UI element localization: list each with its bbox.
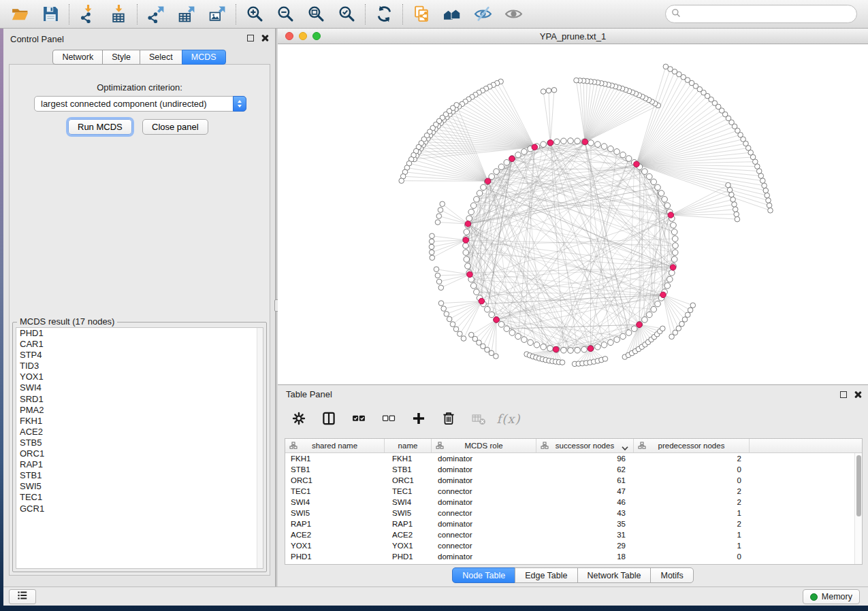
hide-selected-icon[interactable] (472, 4, 493, 24)
table-row[interactable]: STB1STB1dominator620 (285, 464, 862, 475)
network-node[interactable] (601, 144, 607, 150)
welcome-screen-button[interactable] (9, 589, 36, 604)
network-node[interactable] (672, 250, 678, 256)
network-hub-node[interactable] (509, 156, 515, 162)
network-node[interactable] (528, 340, 534, 346)
mcds-result-item[interactable]: SRD1 (16, 394, 263, 405)
network-node[interactable] (504, 160, 510, 166)
tab-style[interactable]: Style (102, 50, 140, 65)
network-hub-node[interactable] (553, 346, 559, 352)
save-icon[interactable] (40, 4, 61, 24)
network-node[interactable] (651, 306, 657, 312)
network-leaf-node[interactable] (551, 88, 557, 93)
network-node[interactable] (464, 257, 470, 263)
network-hub-node[interactable] (479, 298, 485, 304)
run-mcds-button[interactable]: Run MCDS (68, 119, 132, 135)
network-hub-node[interactable] (588, 346, 594, 352)
network-leaf-node[interactable] (453, 327, 459, 332)
table-row[interactable]: ACE2ACE2connector311 (285, 529, 862, 540)
network-leaf-node[interactable] (469, 332, 475, 337)
zoom-fit-icon[interactable] (306, 4, 326, 24)
network-node[interactable] (647, 312, 653, 318)
network-node[interactable] (466, 216, 472, 222)
network-node[interactable] (498, 322, 504, 328)
network-leaf-node[interactable] (688, 308, 693, 313)
network-leaf-node[interactable] (682, 317, 688, 323)
network-node[interactable] (614, 337, 620, 343)
network-node[interactable] (614, 149, 620, 155)
network-node[interactable] (608, 146, 614, 152)
network-node[interactable] (568, 348, 574, 354)
network-leaf-node[interactable] (726, 182, 731, 188)
import-table-icon[interactable] (108, 4, 129, 24)
network-node[interactable] (642, 169, 648, 175)
network-leaf-node[interactable] (729, 192, 735, 197)
tab-mcds[interactable]: MCDS (182, 50, 226, 65)
network-node[interactable] (521, 149, 528, 155)
network-node[interactable] (515, 152, 521, 158)
network-node[interactable] (470, 203, 477, 209)
network-leaf-node[interactable] (735, 216, 740, 222)
network-leaf-node[interactable] (767, 203, 772, 208)
tab-motifs[interactable]: Motifs (650, 567, 693, 583)
network-leaf-node[interactable] (763, 188, 769, 193)
network-node[interactable] (626, 330, 632, 336)
mcds-result-item[interactable]: SWI5 (16, 481, 263, 492)
network-node[interactable] (541, 142, 547, 148)
table-row[interactable]: SWI4SWI4dominator462 (285, 497, 862, 508)
network-leaf-node[interactable] (436, 279, 442, 284)
network-node[interactable] (655, 301, 661, 307)
network-node[interactable] (601, 342, 607, 348)
network-node[interactable] (521, 337, 528, 343)
open-folder-icon[interactable] (10, 4, 30, 24)
network-leaf-node[interactable] (430, 233, 435, 239)
network-leaf-node[interactable] (732, 202, 737, 208)
network-leaf-node[interactable] (494, 354, 499, 359)
optimization-criterion-select[interactable]: largest connected component (undirected) (34, 96, 246, 112)
mcds-result-item[interactable]: PMA2 (16, 405, 263, 416)
table-row[interactable]: PHD1PHD1dominator180 (285, 551, 862, 562)
network-leaf-node[interactable] (438, 301, 444, 306)
network-node[interactable] (477, 191, 483, 197)
network-node[interactable] (608, 340, 614, 346)
network-node[interactable] (463, 250, 469, 256)
column-header-shared-name[interactable]: shared name (285, 439, 385, 452)
import-network-icon[interactable] (78, 4, 98, 24)
network-hub-node[interactable] (494, 317, 500, 323)
network-node[interactable] (494, 169, 500, 175)
tab-network[interactable]: Network (52, 50, 103, 65)
network-hub-node[interactable] (532, 144, 538, 150)
network-leaf-node[interactable] (574, 78, 579, 83)
column-header-successor-nodes[interactable]: successor nodes (536, 439, 634, 452)
network-leaf-node[interactable] (560, 360, 565, 365)
tab-node-table[interactable]: Node Table (452, 567, 515, 583)
network-node[interactable] (664, 283, 671, 289)
network-leaf-node[interactable] (685, 312, 690, 318)
mcds-result-item[interactable]: STP4 (16, 350, 263, 361)
network-node[interactable] (626, 156, 632, 162)
network-node[interactable] (575, 138, 581, 144)
deselect-all-icon[interactable] (380, 410, 398, 427)
network-node[interactable] (651, 179, 657, 185)
network-node[interactable] (561, 347, 567, 353)
network-leaf-node[interactable] (758, 174, 764, 179)
search-field[interactable] (665, 5, 857, 23)
network-node[interactable] (595, 142, 601, 148)
home-icon[interactable] (442, 4, 462, 24)
network-hub-node[interactable] (634, 161, 640, 167)
export-image-icon[interactable] (207, 4, 227, 24)
network-leaf-node[interactable] (727, 187, 733, 193)
select-all-icon[interactable] (350, 410, 368, 427)
network-leaf-node[interactable] (485, 347, 490, 352)
network-window-titlebar[interactable]: YPA_prune.txt_1 (278, 29, 868, 44)
result-list-scrollbar[interactable] (257, 328, 263, 568)
columns-icon[interactable] (320, 410, 338, 427)
network-canvas[interactable] (278, 44, 868, 384)
mcds-result-item[interactable]: GCR1 (16, 503, 263, 514)
network-leaf-node[interactable] (429, 239, 434, 244)
mcds-result-item[interactable]: SWI4 (16, 382, 263, 393)
network-node[interactable] (547, 346, 553, 352)
export-table-icon[interactable] (176, 4, 197, 24)
network-hub-node[interactable] (485, 178, 491, 184)
close-panel-button[interactable]: Close panel (142, 119, 208, 135)
